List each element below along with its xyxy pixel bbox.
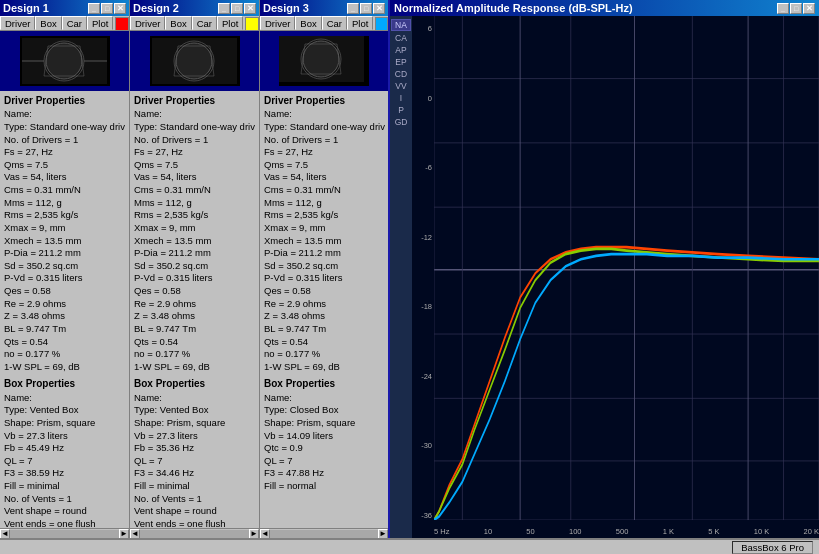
db-minus30: -30 (421, 441, 432, 450)
sidebar-i[interactable]: I (391, 93, 411, 103)
design1-tab-car[interactable]: Car (62, 16, 87, 30)
design3-box-props: Name: Type: Closed Box Shape: Prism, squ… (264, 392, 384, 493)
sidebar-cd[interactable]: CD (391, 69, 411, 79)
freq-50: 50 (526, 527, 534, 536)
sidebar-gd[interactable]: GD (391, 117, 411, 127)
design3-tab-plot[interactable]: Plot (347, 16, 373, 30)
db-minus6: -6 (425, 163, 432, 172)
design1-preview (0, 31, 129, 91)
sidebar-na[interactable]: NA (391, 19, 411, 31)
graph-title: Normalized Amplitude Response (dB-SPL-Hz… (394, 2, 633, 14)
db-minus36: -36 (421, 511, 432, 520)
design2-tabs: Driver Box Car Plot (130, 16, 259, 31)
design2-min-btn[interactable]: _ (218, 3, 230, 14)
design2-preview (130, 31, 259, 91)
design1-title: Design 1 (3, 2, 49, 14)
sidebar-ap[interactable]: AP (391, 45, 411, 55)
design3-titlebar: Design 3 _ □ ✕ (260, 0, 388, 16)
db-minus24: -24 (421, 372, 432, 381)
design3-close-btn[interactable]: ✕ (373, 3, 385, 14)
design3-max-btn[interactable]: □ (360, 3, 372, 14)
design2-tab-box[interactable]: Box (165, 16, 191, 30)
sidebar-ca[interactable]: CA (391, 33, 411, 43)
design1-box-title: Box Properties (4, 377, 125, 390)
design2-content: Driver Properties Name: Type: Standard o… (130, 91, 259, 528)
design2-titlebar: Design 2 _ □ ✕ (130, 0, 259, 16)
freq-5hz: 5 Hz (434, 527, 449, 536)
db-axis: 6 0 -6 -12 -18 -24 -30 -36 (412, 24, 434, 520)
graph-min-btn[interactable]: _ (777, 3, 789, 14)
db-minus18: -18 (421, 302, 432, 311)
design3-content: Driver Properties Name: Type: Standard o… (260, 91, 388, 528)
graph-panel: Normalized Amplitude Response (dB-SPL-Hz… (390, 0, 819, 538)
design1-content: Driver Properties Name: Type: Standard o… (0, 91, 129, 528)
freq-axis: 5 Hz 10 50 100 500 1 K 5 K 10 K 20 K (434, 527, 819, 536)
design1-titlebar: Design 1 _ □ ✕ (0, 0, 129, 16)
freq-500: 500 (616, 527, 629, 536)
design1-driver-props: Name: Type: Standard one-way driv No. of… (4, 108, 125, 373)
chart-area: 6 0 -6 -12 -18 -24 -30 -36 (412, 16, 819, 538)
design2-box-title: Box Properties (134, 377, 255, 390)
design1-box-props: Name: Type: Vented Box Shape: Prism, squ… (4, 392, 125, 528)
design2-driver-props: Name: Type: Standard one-way driv No. of… (134, 108, 255, 373)
design3-tab-box[interactable]: Box (295, 16, 321, 30)
chart-svg (434, 16, 819, 520)
svg-point-8 (176, 43, 212, 79)
graph-max-btn[interactable]: □ (790, 3, 802, 14)
freq-1k: 1 K (663, 527, 674, 536)
svg-point-12 (303, 41, 339, 77)
freq-10: 10 (484, 527, 492, 536)
db-0: 0 (428, 94, 432, 103)
design2-max-btn[interactable]: □ (231, 3, 243, 14)
db-6: 6 (428, 24, 432, 33)
design3-window: Design 3 _ □ ✕ Driver Box Car Plot (260, 0, 390, 538)
design3-box-title: Box Properties (264, 377, 384, 390)
design3-tab-driver[interactable]: Driver (260, 16, 295, 30)
design1-tab-box[interactable]: Box (35, 16, 61, 30)
design1-window: Design 1 _ □ ✕ Driver Box Car Plot (0, 0, 130, 538)
design3-driver-title: Driver Properties (264, 94, 384, 107)
graph-close-btn[interactable]: ✕ (803, 3, 815, 14)
design2-tab-driver[interactable]: Driver (130, 16, 165, 30)
design2-window: Design 2 _ □ ✕ Driver Box Car Plot (130, 0, 260, 538)
design3-tabs: Driver Box Car Plot (260, 16, 388, 31)
freq-100: 100 (569, 527, 582, 536)
design1-tab-driver[interactable]: Driver (0, 16, 35, 30)
sidebar-ep[interactable]: EP (391, 57, 411, 67)
db-minus12: -12 (421, 233, 432, 242)
status-text-box: BassBox 6 Pro (732, 541, 813, 554)
design3-tab-car[interactable]: Car (322, 16, 347, 30)
design3-color-indicator (375, 17, 388, 31)
design1-color-indicator (115, 17, 129, 31)
design2-scrollbar[interactable]: ◄ ► (130, 528, 259, 538)
design2-tab-car[interactable]: Car (192, 16, 217, 30)
sidebar-vv[interactable]: VV (391, 81, 411, 91)
design1-tabs: Driver Box Car Plot (0, 16, 129, 31)
status-text: BassBox 6 Pro (741, 542, 804, 553)
design3-title: Design 3 (263, 2, 309, 14)
design2-close-btn[interactable]: ✕ (244, 3, 256, 14)
design1-scrollbar[interactable]: ◄ ► (0, 528, 129, 538)
svg-point-2 (46, 43, 82, 79)
freq-10k: 10 K (754, 527, 769, 536)
design3-scrollbar[interactable]: ◄ ► (260, 528, 388, 538)
design3-driver-props: Name: Type: Standard one-way driv No. of… (264, 108, 384, 373)
design1-max-btn[interactable]: □ (101, 3, 113, 14)
design2-tab-plot[interactable]: Plot (217, 16, 243, 30)
freq-20k: 20 K (803, 527, 818, 536)
design1-close-btn[interactable]: ✕ (114, 3, 126, 14)
design1-driver-title: Driver Properties (4, 94, 125, 107)
design2-box-props: Name: Type: Vented Box Shape: Prism, squ… (134, 392, 255, 528)
design3-preview (260, 31, 388, 91)
design1-min-btn[interactable]: _ (88, 3, 100, 14)
graph-titlebar: Normalized Amplitude Response (dB-SPL-Hz… (390, 0, 819, 16)
design3-min-btn[interactable]: _ (347, 3, 359, 14)
status-bar: BassBox 6 Pro (0, 538, 819, 554)
sidebar-p[interactable]: P (391, 105, 411, 115)
design2-title: Design 2 (133, 2, 179, 14)
freq-5k: 5 K (708, 527, 719, 536)
design2-color-indicator (245, 17, 259, 31)
design2-driver-title: Driver Properties (134, 94, 255, 107)
design1-tab-plot[interactable]: Plot (87, 16, 113, 30)
graph-sidebar: NA CA AP EP CD VV I P GD (390, 16, 412, 538)
